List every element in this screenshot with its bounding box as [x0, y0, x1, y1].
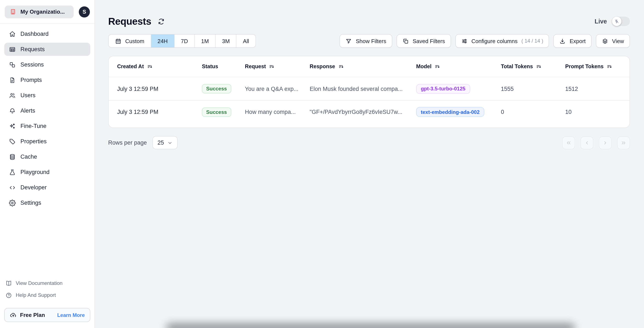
sidebar-item-label: Requests: [20, 46, 45, 53]
sort-icon: [147, 64, 152, 69]
plan-label: Free Plan: [20, 312, 45, 318]
page-title: Requests: [108, 16, 151, 27]
sidebar-item-properties[interactable]: Properties: [4, 135, 90, 148]
export-button[interactable]: Export: [554, 34, 592, 48]
org-selector-button[interactable]: My Organizatio...: [5, 5, 74, 18]
document-icon: [9, 77, 16, 83]
user-avatar[interactable]: S: [79, 6, 90, 17]
last-page-button[interactable]: [617, 136, 630, 149]
sidebar-item-dashboard[interactable]: Dashboard: [4, 27, 90, 41]
copy-icon: [402, 38, 409, 44]
pagination-buttons: [562, 136, 630, 149]
plan-banner[interactable]: Free Plan Learn More: [4, 308, 90, 322]
home-icon: [9, 31, 16, 37]
table-bottom-padding: [108, 123, 630, 127]
sidebar-item-label: Playground: [20, 169, 50, 175]
column-label: Prompt Tokens: [565, 64, 604, 70]
sidebar-item-label: Developer: [20, 184, 47, 191]
column-label: Created At: [117, 64, 144, 70]
users-icon: [9, 92, 16, 99]
sidebar-item-settings[interactable]: Settings: [4, 196, 90, 209]
previous-page-button[interactable]: [580, 136, 593, 149]
sidebar-item-requests[interactable]: Requests: [4, 43, 90, 56]
sort-icon: [338, 64, 344, 69]
cell-prompt-tokens: 1512: [565, 86, 621, 92]
tag-icon: [9, 138, 16, 145]
gear-icon: [9, 199, 16, 206]
cell-status: Success: [202, 107, 231, 117]
sidebar-item-developer[interactable]: Developer: [4, 181, 90, 194]
sidebar-item-users[interactable]: Users: [4, 89, 90, 102]
column-header-created-at[interactable]: Created At: [117, 64, 202, 70]
sidebar-item-sessions[interactable]: Sessions: [4, 58, 90, 71]
chevron-down-icon: [168, 140, 172, 145]
first-page-button[interactable]: [562, 136, 575, 149]
sidebar-item-playground[interactable]: Playground: [4, 166, 90, 179]
sliders-icon: [461, 38, 468, 44]
org-name: My Organizatio...: [20, 9, 65, 15]
sidebar-item-alerts[interactable]: Alerts: [4, 104, 90, 117]
column-header-response[interactable]: Response: [310, 64, 416, 70]
column-label: Response: [310, 64, 335, 70]
cell-status: Success: [202, 84, 231, 93]
column-header-status[interactable]: Status: [202, 64, 245, 70]
learn-more-link[interactable]: Learn More: [57, 312, 85, 318]
help-circle-icon: [6, 292, 12, 298]
time-range-3m[interactable]: 3M: [216, 35, 236, 47]
org-building-icon: [10, 9, 16, 15]
view-label: View: [612, 38, 624, 44]
controls-row: Custom 24H 7D 1M 3M All Show Filters Sav…: [108, 34, 630, 48]
show-filters-button[interactable]: Show Filters: [340, 34, 392, 48]
configure-columns-button[interactable]: Configure columns ( 14 / 14 ): [455, 34, 549, 48]
window-bottom-shadow: [166, 324, 575, 328]
bolt-slash-icon: [614, 19, 619, 24]
time-range-24h[interactable]: 24H: [151, 35, 175, 47]
cell-total-tokens: 0: [501, 109, 565, 115]
time-range-7d[interactable]: 7D: [174, 35, 195, 47]
chevron-right-icon: [602, 140, 608, 146]
cell-request: You are a Q&A exp...: [245, 86, 310, 92]
column-header-request[interactable]: Request: [245, 64, 310, 70]
cell-created-at: July 3 12:59 PM: [117, 109, 202, 115]
view-documentation-link[interactable]: View Documentation: [4, 277, 90, 289]
sidebar-item-label: Alerts: [20, 107, 35, 114]
time-range-all[interactable]: All: [236, 35, 256, 47]
page-header: Requests Live: [108, 15, 630, 27]
rows-per-page-select[interactable]: 25: [152, 136, 178, 149]
column-header-model[interactable]: Model: [416, 64, 501, 70]
rows-per-page-value: 25: [158, 139, 164, 146]
table-row[interactable]: July 3 12:59 PM Success You are a Q&A ex…: [108, 77, 630, 100]
app-window: My Organizatio... S Dashboard Requests S…: [0, 0, 644, 328]
sidebar-nav: Dashboard Requests Sessions Prompts User…: [0, 24, 94, 277]
time-range-custom[interactable]: Custom: [108, 35, 151, 47]
table-row[interactable]: July 3 12:59 PM Success How many compa..…: [108, 100, 630, 123]
next-page-button[interactable]: [599, 136, 612, 149]
sidebar: My Organizatio... S Dashboard Requests S…: [0, 0, 95, 328]
toolbar: Show Filters Saved Filters Configure col…: [340, 34, 630, 48]
sidebar-item-cache[interactable]: Cache: [4, 150, 90, 163]
sessions-icon: [9, 61, 16, 68]
saved-filters-button[interactable]: Saved Filters: [396, 34, 451, 48]
sparkles-icon: [9, 123, 16, 129]
refresh-button[interactable]: [158, 18, 165, 25]
time-range-1m[interactable]: 1M: [195, 35, 216, 47]
sidebar-item-prompts[interactable]: Prompts: [4, 73, 90, 87]
sidebar-item-label: Cache: [20, 153, 37, 160]
view-button[interactable]: View: [596, 34, 630, 48]
sidebar-item-label: Users: [20, 92, 36, 99]
pagination-bar: Rows per page 25: [108, 136, 630, 149]
cell-model: gpt-3.5-turbo-0125: [416, 84, 470, 94]
configure-columns-count: ( 14 / 14 ): [521, 38, 543, 44]
code-icon: [9, 184, 16, 191]
sort-icon: [435, 64, 440, 69]
rows-per-page-label: Rows per page: [108, 139, 147, 146]
live-toggle[interactable]: [612, 17, 630, 26]
sidebar-item-fine-tune[interactable]: Fine-Tune: [4, 119, 90, 133]
time-range-label: Custom: [125, 38, 144, 44]
flask-icon: [9, 169, 16, 176]
column-header-total-tokens[interactable]: Total Tokens: [501, 64, 565, 70]
configure-columns-label: Configure columns: [471, 38, 518, 44]
column-header-prompt-tokens[interactable]: Prompt Tokens: [565, 64, 621, 70]
help-and-support-link[interactable]: Help And Support: [4, 289, 90, 301]
cell-request: How many compa...: [245, 109, 310, 115]
